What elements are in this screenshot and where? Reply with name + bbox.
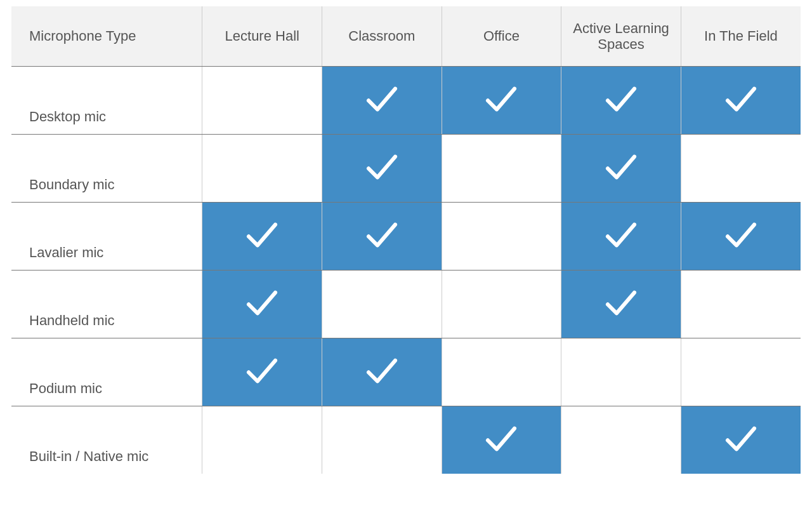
mic-suitability-table: Microphone Type Lecture Hall Classroom O… [11,6,801,474]
cell-checked [202,338,322,406]
check-icon [244,217,280,253]
col-header: In The Field [681,6,801,67]
cell-checked [681,406,801,474]
check-icon [603,217,639,253]
check-icon [483,81,519,117]
col-header: Lecture Hall [202,6,322,67]
table-row: Built-in / Native mic [11,406,801,474]
cell-empty [202,406,322,474]
check-icon [364,353,400,389]
cell-checked [442,406,561,474]
cell-checked [322,203,442,271]
cell-checked [202,271,322,338]
check-icon [603,149,639,185]
cell-empty [442,271,561,338]
cell-empty [681,135,801,203]
table-row: Podium mic [11,338,801,406]
cell-empty [202,135,322,203]
check-icon [364,217,400,253]
cell-checked [442,67,561,135]
row-label: Lavalier mic [11,203,202,271]
table-row: Lavalier mic [11,203,801,271]
check-icon [603,285,639,321]
row-label: Boundary mic [11,135,202,203]
row-label: Built-in / Native mic [11,406,202,474]
table-row: Boundary mic [11,135,801,203]
cell-checked [681,67,801,135]
cell-checked [561,271,681,338]
cell-checked [561,203,681,271]
cell-empty [561,406,681,474]
cell-empty [442,203,561,271]
cell-checked [322,67,442,135]
check-icon [723,81,759,117]
cell-empty [442,338,561,406]
cell-checked [202,203,322,271]
row-label: Desktop mic [11,67,202,135]
check-icon [364,149,400,185]
check-icon [244,353,280,389]
cell-empty [561,338,681,406]
check-icon [244,285,280,321]
cell-checked [681,203,801,271]
cell-empty [681,338,801,406]
check-icon [364,81,400,117]
cell-checked [561,67,681,135]
table-row: Handheld mic [11,271,801,338]
check-icon [483,421,519,457]
check-icon [723,217,759,253]
check-icon [603,81,639,117]
table-header-row: Microphone Type Lecture Hall Classroom O… [11,6,801,67]
cell-empty [202,67,322,135]
cell-empty [442,135,561,203]
row-header-label: Microphone Type [11,6,202,67]
col-header: Active Learning Spaces [561,6,681,67]
row-label: Podium mic [11,338,202,406]
col-header: Classroom [322,6,442,67]
cell-checked [322,135,442,203]
row-label: Handheld mic [11,271,202,338]
cell-checked [322,338,442,406]
table-row: Desktop mic [11,67,801,135]
cell-empty [322,406,442,474]
col-header: Office [442,6,561,67]
check-icon [723,421,759,457]
cell-empty [322,271,442,338]
cell-checked [561,135,681,203]
cell-empty [681,271,801,338]
